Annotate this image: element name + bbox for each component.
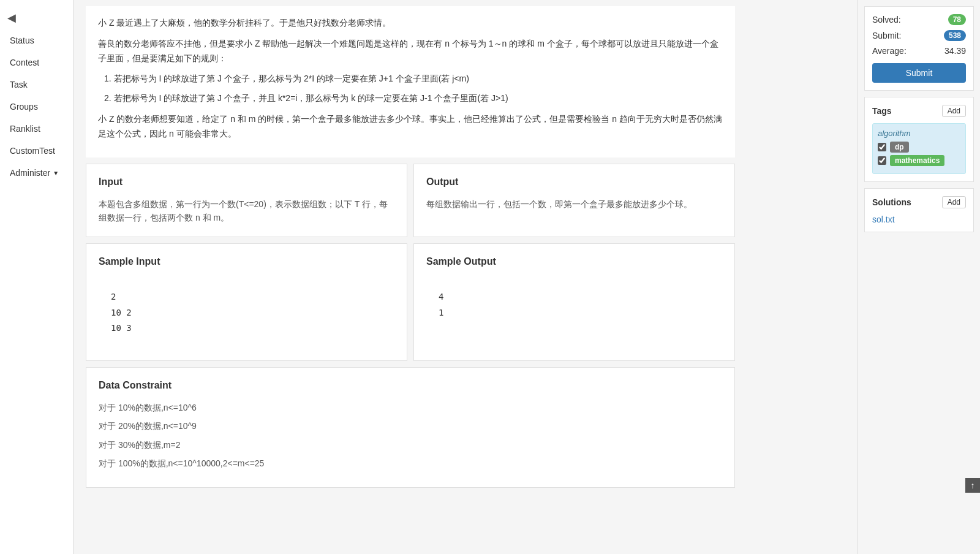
submit-badge: 538	[944, 30, 966, 41]
tag-pill-dp: dp	[890, 142, 909, 153]
sidebar-item-status[interactable]: Status	[0, 29, 73, 51]
tags-section: Tags Add algorithm dp mathematics	[864, 97, 974, 182]
sample-output-data: 4 1	[426, 277, 722, 332]
sidebar: ◀ Status Contest Task Groups Ranklist Cu…	[0, 0, 74, 554]
sample-input-box: Sample Input 2 10 2 10 3	[86, 243, 407, 361]
output-title: Output	[426, 176, 722, 188]
sample-output-line-1: 1	[439, 305, 710, 321]
sample-output-box: Sample Output 4 1	[413, 243, 735, 361]
sidebar-item-contest[interactable]: Contest	[0, 51, 73, 74]
algorithm-label: algorithm	[878, 129, 960, 138]
solution-link[interactable]: sol.txt	[872, 214, 895, 224]
sidebar-item-label-task: Task	[10, 80, 28, 89]
solutions-section: Solutions Add sol.txt	[864, 188, 974, 232]
tags-title: Tags	[872, 106, 892, 116]
tags-add-button[interactable]: Add	[942, 105, 966, 117]
sidebar-item-label-administer: Administer	[10, 168, 50, 178]
administer-arrow-icon: ▼	[53, 170, 59, 176]
sidebar-item-ranklist[interactable]: Ranklist	[0, 118, 73, 140]
main-content: 小 Z 最近遇上了大麻烦，他的数学分析挂科了。于是他只好找数分老师求情。 善良的…	[74, 0, 858, 554]
sidebar-item-customtest[interactable]: CustomTest	[0, 140, 73, 162]
sidebar-item-task[interactable]: Task	[0, 74, 73, 96]
sidebar-item-label-ranklist: Ranklist	[10, 124, 40, 134]
input-title: Input	[99, 176, 394, 188]
average-row: Average: 34.39	[872, 46, 966, 56]
sample-input-line-1: 10 2	[111, 305, 382, 321]
output-desc: 每组数据输出一行，包括一个数，即第一个盒子最多能放进多少个球。	[426, 197, 722, 211]
sidebar-item-label-customtest: CustomTest	[10, 146, 55, 156]
io-section: Input 本题包含多组数据，第一行为一个数(T<=20)，表示数据组数；以下 …	[86, 164, 735, 238]
data-constraint-section: Data Constraint 对于 10%的数据,n<=10^6 对于 20%…	[86, 367, 735, 488]
sample-output-line-0: 4	[439, 289, 710, 305]
back-button[interactable]: ◀	[0, 6, 73, 29]
sidebar-item-label-status: Status	[10, 36, 34, 45]
sample-input-data: 2 10 2 10 3	[99, 277, 394, 348]
sidebar-item-administer[interactable]: Administer ▼	[0, 162, 73, 184]
sample-output-title: Sample Output	[426, 256, 722, 267]
solved-label: Solved:	[872, 15, 901, 25]
tags-header: Tags Add	[872, 105, 966, 117]
solutions-title: Solutions	[872, 197, 911, 207]
constraint-1: 对于 20%的数据,n<=10^9	[99, 419, 722, 433]
tag-pill-mathematics: mathematics	[890, 155, 944, 166]
sidebar-item-label-groups: Groups	[10, 102, 38, 112]
sidebar-item-groups[interactable]: Groups	[0, 96, 73, 118]
right-panel: Solved: 78 Submit: 538 Average: 34.39 Su…	[858, 0, 980, 554]
problem-intro-section: 小 Z 最近遇上了大麻烦，他的数学分析挂科了。于是他只好找数分老师求情。 善良的…	[86, 6, 735, 157]
rule-2: 2. 若把标号为 I 的球放进了第 J 个盒子，并且 k*2=i，那么标号为 k…	[104, 91, 723, 106]
solved-row: Solved: 78	[872, 14, 966, 25]
solutions-add-button[interactable]: Add	[942, 196, 966, 208]
problem-desc: 善良的数分老师答应不挂他，但是要求小 Z 帮助他一起解决一个难题问题是这样的，现…	[98, 37, 723, 66]
constraint-2: 对于 30%的数据,m=2	[99, 438, 722, 452]
submit-button[interactable]: Submit	[872, 63, 966, 83]
tag-checkbox-mathematics[interactable]	[878, 156, 886, 165]
tags-list-area: algorithm dp mathematics	[872, 123, 966, 174]
sample-input-title: Sample Input	[99, 256, 394, 267]
output-box: Output 每组数据输出一行，包括一个数，即第一个盒子最多能放进多少个球。	[413, 164, 735, 238]
back-icon: ◀	[7, 11, 16, 25]
constraint-0: 对于 10%的数据,n<=10^6	[99, 401, 722, 414]
sample-input-line-2: 10 3	[111, 321, 382, 336]
input-desc: 本题包含多组数据，第一行为一个数(T<=20)，表示数据组数；以下 T 行，每组…	[99, 197, 394, 225]
stats-section: Solved: 78 Submit: 538 Average: 34.39 Su…	[864, 6, 974, 91]
solutions-header: Solutions Add	[872, 196, 966, 208]
constraint-3: 对于 100%的数据,n<=10^10000,2<=m<=25	[99, 457, 722, 470]
submit-label: Submit:	[872, 31, 901, 40]
sample-input-line-0: 2	[111, 289, 382, 305]
problem-intro: 小 Z 最近遇上了大麻烦，他的数学分析挂科了。于是他只好找数分老师求情。	[98, 16, 723, 31]
rule-1: 1. 若把标号为 I 的球放进了第 J 个盒子，那么标号为 2*I 的球一定要在…	[104, 72, 723, 86]
solved-badge: 78	[948, 14, 966, 25]
problem-conclusion: 小 Z 的数分老师想要知道，给定了 n 和 m 的时候，第一个盒子最多能放进去多…	[98, 112, 723, 142]
average-label: Average:	[872, 46, 907, 56]
tag-item-mathematics: mathematics	[878, 155, 960, 166]
input-box: Input 本题包含多组数据，第一行为一个数(T<=20)，表示数据组数；以下 …	[86, 164, 407, 238]
data-constraint-title: Data Constraint	[99, 380, 722, 391]
tag-checkbox-dp[interactable]	[878, 143, 886, 151]
scroll-top-button[interactable]: ↑	[965, 478, 980, 493]
sample-section: Sample Input 2 10 2 10 3 Sample Output 4…	[86, 243, 735, 361]
sidebar-item-label-contest: Contest	[10, 58, 39, 67]
tag-item-dp: dp	[878, 142, 960, 153]
average-value: 34.39	[944, 46, 966, 56]
submit-row: Submit: 538	[872, 30, 966, 41]
